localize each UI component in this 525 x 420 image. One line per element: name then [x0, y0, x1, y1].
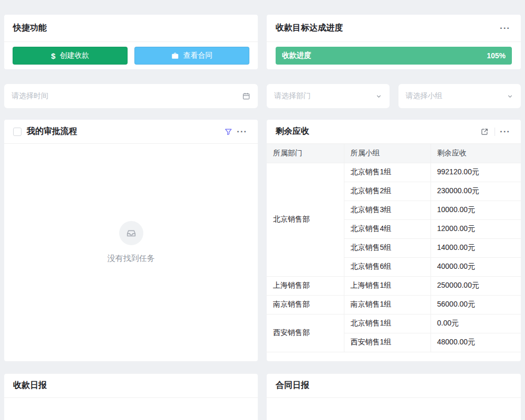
remaining-amount-cell: 12000.00元 [430, 219, 521, 238]
table-row: 西安销售部北京销售1组0.00元 [267, 314, 521, 333]
progress-more-button[interactable]: ··· [498, 22, 512, 35]
contract-daily-title: 合同日报 [276, 380, 309, 391]
filter-funnel-button[interactable] [222, 125, 235, 139]
group-cell: 北京销售1组 [344, 314, 430, 333]
contract-daily-header: 合同日报 [267, 374, 521, 398]
column-header-remaining: 剩余应收 [430, 144, 521, 163]
remaining-amount-cell: 56000.00元 [430, 295, 521, 314]
group-cell: 南京销售1组 [344, 295, 430, 314]
group-cell: 北京销售1组 [344, 163, 430, 182]
receivable-table: 所属部门 所属小组 剩余应收 北京销售部北京销售1组992120.00元北京销售… [267, 144, 521, 352]
bottom-row: 收款日报 合同日报 [4, 374, 521, 420]
receivable-more-button[interactable]: ··· [498, 125, 512, 139]
remaining-amount-cell: 250000.00元 [430, 276, 521, 295]
approval-empty-state: 没有找到任务 [4, 144, 258, 361]
payment-daily-header: 收款日报 [4, 374, 258, 398]
remaining-amount-cell: 992120.00元 [430, 163, 521, 182]
column-header-department: 所属部门 [267, 144, 344, 163]
chevron-down-icon [375, 93, 382, 100]
receivable-table-body: 北京销售部北京销售1组992120.00元北京销售2组230000.00元北京销… [267, 163, 521, 352]
dashboard-page: 快捷功能 $ 创建收款 查看合同 收款目标达成进度 [0, 0, 525, 420]
calendar-icon [242, 92, 250, 100]
briefcase-icon [171, 52, 179, 60]
remaining-amount-cell: 0.00元 [430, 314, 521, 333]
group-cell: 北京销售4组 [344, 219, 430, 238]
approval-empty-text: 没有找到任务 [108, 254, 155, 264]
table-row: 南京销售部南京销售1组56000.00元 [267, 295, 521, 314]
time-select-placeholder: 请选择时间 [12, 91, 48, 101]
department-cell: 西安销售部 [267, 314, 344, 352]
receivable-table-head: 所属部门 所属小组 剩余应收 [267, 144, 521, 163]
progress-bar-area: 收款进度 105% [267, 42, 521, 69]
group-cell: 北京销售5组 [344, 238, 430, 257]
department-select-placeholder: 请选择部门 [274, 91, 311, 101]
progress-title: 收款目标达成进度 [276, 23, 343, 34]
dollar-icon: $ [51, 51, 55, 60]
remaining-amount-cell: 48000.00元 [430, 333, 521, 352]
progress-header: 收款目标达成进度 ··· [267, 15, 521, 42]
quick-functions-card: 快捷功能 $ 创建收款 查看合同 [4, 15, 258, 69]
empty-inbox-icon [119, 221, 143, 245]
group-cell: 北京销售3组 [344, 201, 430, 219]
remaining-amount-cell: 10000.00元 [430, 201, 521, 219]
receivable-header: 剩余应收 ··· [267, 120, 521, 144]
approval-title: 我的审批流程 [27, 126, 77, 137]
create-payment-label: 创建收款 [60, 51, 89, 60]
ellipsis-icon: ··· [237, 127, 247, 136]
approval-more-button[interactable]: ··· [235, 125, 249, 139]
quick-buttons-area: $ 创建收款 查看合同 [4, 42, 258, 69]
progress-bar-label: 收款进度 [282, 51, 311, 60]
department-cell: 南京销售部 [267, 295, 344, 314]
group-select-placeholder: 请选择小组 [406, 91, 443, 101]
filters-row: 请选择时间 请选择部门 请选择小组 [4, 84, 521, 108]
approval-checkbox[interactable] [13, 128, 22, 136]
progress-card: 收款目标达成进度 ··· 收款进度 105% [267, 15, 521, 69]
progress-track: 收款进度 105% [276, 47, 512, 65]
ellipsis-icon: ··· [500, 24, 510, 33]
export-button[interactable] [478, 125, 491, 139]
group-cell: 上海销售1组 [344, 276, 430, 295]
group-cell: 西安销售1组 [344, 333, 430, 352]
progress-bar-value: 105% [487, 51, 506, 60]
ellipsis-icon: ··· [500, 127, 510, 136]
view-contract-button[interactable]: 查看合同 [134, 47, 249, 65]
group-cell: 北京销售2组 [344, 182, 430, 201]
middle-row: 我的审批流程 ··· 没有找到任务 剩余应收 [4, 120, 521, 361]
quick-functions-header: 快捷功能 [4, 15, 258, 42]
department-cell: 上海销售部 [267, 276, 344, 295]
table-row: 上海销售部上海销售1组250000.00元 [267, 276, 521, 295]
create-payment-button[interactable]: $ 创建收款 [13, 47, 128, 65]
contract-daily-card: 合同日报 [267, 374, 521, 420]
group-cell: 北京销售6组 [344, 257, 430, 276]
receivable-card: 剩余应收 ··· 所属部门 所属小组 剩余应收 北京销 [267, 120, 521, 361]
time-select[interactable]: 请选择时间 [4, 84, 258, 108]
department-cell: 北京销售部 [267, 163, 344, 276]
chevron-down-icon [507, 93, 513, 100]
progress-fill: 收款进度 105% [276, 47, 512, 65]
remaining-amount-cell: 230000.00元 [430, 182, 521, 201]
department-select[interactable]: 请选择部门 [267, 84, 390, 108]
top-row: 快捷功能 $ 创建收款 查看合同 收款目标达成进度 [4, 15, 521, 69]
approval-card: 我的审批流程 ··· 没有找到任务 [4, 120, 258, 361]
column-header-group: 所属小组 [344, 144, 430, 163]
group-select[interactable]: 请选择小组 [398, 84, 521, 108]
divider [495, 128, 495, 136]
filters-right: 请选择部门 请选择小组 [267, 84, 521, 108]
approval-header: 我的审批流程 ··· [4, 120, 258, 144]
payment-daily-title: 收款日报 [13, 380, 47, 391]
view-contract-label: 查看合同 [183, 51, 213, 60]
receivable-title: 剩余应收 [276, 126, 309, 137]
remaining-amount-cell: 40000.00元 [430, 257, 521, 276]
payment-daily-card: 收款日报 [4, 374, 258, 420]
remaining-amount-cell: 14000.00元 [430, 238, 521, 257]
table-row: 北京销售部北京销售1组992120.00元 [267, 163, 521, 182]
quick-functions-title: 快捷功能 [13, 23, 47, 34]
